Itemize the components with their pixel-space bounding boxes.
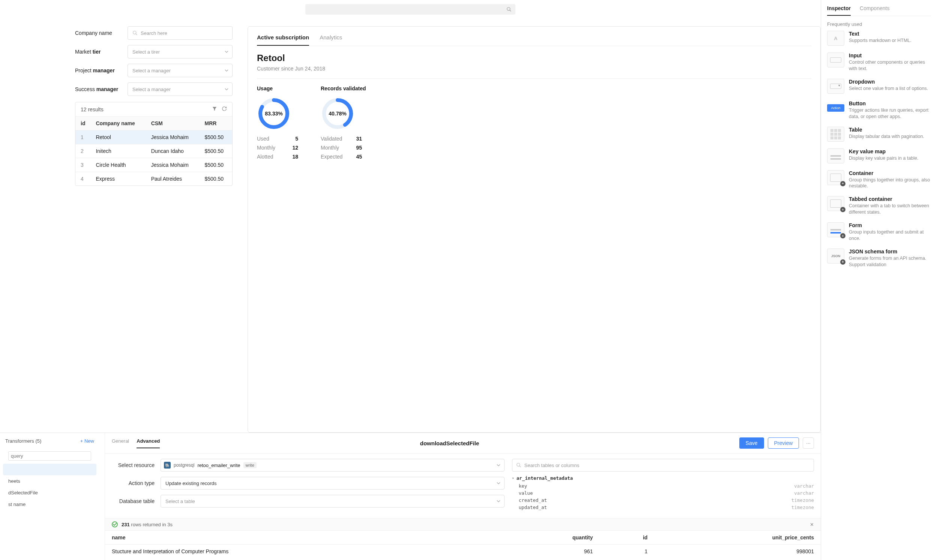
success-manager-select[interactable]: Select a manager <box>128 83 233 96</box>
component-form[interactable]: + FormGroup inputs together and submit a… <box>827 222 931 242</box>
customer-since: Customer since Jun 24, 2018 <box>257 66 811 72</box>
table-row[interactable]: 1RetoolJessica Mohaim$500.50 <box>76 131 232 144</box>
tab-active-subscription[interactable]: Active subscription <box>257 34 309 46</box>
component-text[interactable]: A TextSupports markdown or HTML. <box>827 31 931 46</box>
svg-line-1 <box>510 10 511 12</box>
section-frequently-used: Frequently used <box>827 22 931 27</box>
component-tabbed-container[interactable]: + Tabbed containerContainer with a tab t… <box>827 196 931 215</box>
query-editor-panel: Transformers (5) + New heets dSelectedFi… <box>0 432 821 560</box>
col-company[interactable]: Company name <box>90 117 146 131</box>
plus-icon: + <box>840 207 846 212</box>
svg-line-9 <box>519 466 521 468</box>
list-item[interactable] <box>3 464 96 475</box>
tab-analytics[interactable]: Analytics <box>320 34 342 46</box>
records-donut: 40.78% <box>321 97 354 131</box>
text-icon: A <box>827 31 845 46</box>
action-type-select[interactable]: Update existing records <box>160 477 504 489</box>
schema-column[interactable]: valuevarchar <box>512 489 814 497</box>
table-row[interactable]: 3Circle HealthJessica Mohaim$500.50 <box>76 158 232 172</box>
more-button[interactable]: ··· <box>803 437 814 449</box>
new-query-button[interactable]: + New <box>80 438 94 444</box>
chevron-down-icon <box>225 69 228 72</box>
form-icon: + <box>827 222 845 237</box>
list-item[interactable]: dSelectedFile <box>3 487 96 498</box>
component-dropdown[interactable]: DropdownSelect one value from a list of … <box>827 79 931 94</box>
search-icon <box>506 7 512 12</box>
resource-label: Select resource <box>112 462 160 468</box>
resource-select[interactable]: 🐘 postgresql retoo_emailer_write write <box>160 459 504 472</box>
table-icon <box>827 127 845 142</box>
project-manager-label: Project manager <box>75 68 128 74</box>
schema-column[interactable]: created_attimezone <box>512 497 814 504</box>
col-id[interactable]: id <box>599 531 654 545</box>
schema-search-input[interactable]: Search tables or columns <box>512 459 814 472</box>
table-row[interactable]: 2InitechDuncan Idaho$500.50 <box>76 144 232 158</box>
schema-table-node[interactable]: ▾ar_internal_metadata <box>512 475 814 481</box>
container-icon: + <box>827 170 845 185</box>
svg-line-3 <box>136 34 137 35</box>
chevron-down-icon <box>497 499 500 503</box>
col-id[interactable]: id <box>76 117 90 131</box>
schema-tree: ▾ar_internal_metadata keyvarchar valueva… <box>512 475 814 511</box>
col-mrr[interactable]: MRR <box>199 117 232 131</box>
schema-column[interactable]: keyvarchar <box>512 482 814 489</box>
results-panel: 12 results id Company name CSM MRR <box>75 102 233 186</box>
component-button[interactable]: Action ButtonTrigger actions like run qu… <box>827 100 931 120</box>
component-container[interactable]: + ContainerGroup things together into gr… <box>827 170 931 190</box>
plus-icon: + <box>840 259 846 265</box>
right-panel: Inspector Components Frequently used A T… <box>821 0 937 560</box>
company-search-input[interactable]: Search here <box>128 26 233 40</box>
component-kv-map[interactable]: Key value mapDisplay key value pairs in … <box>827 148 931 163</box>
database-table-select[interactable]: Select a table <box>160 495 504 508</box>
component-json-schema-form[interactable]: JSON+ JSON schema formGenerate forms fro… <box>827 249 931 268</box>
dropdown-icon <box>827 79 845 94</box>
refresh-icon[interactable] <box>222 106 227 112</box>
filter-icon[interactable] <box>212 106 217 112</box>
detail-panel: Active subscription Analytics Retool Cus… <box>248 26 821 432</box>
tab-inspector[interactable]: Inspector <box>827 5 851 16</box>
tabbed-container-icon: + <box>827 196 845 211</box>
component-table[interactable]: TableDisplay tabular data with paginatio… <box>827 127 931 142</box>
chevron-down-icon <box>225 50 228 54</box>
company-name-label: Company name <box>75 30 128 36</box>
tab-advanced[interactable]: Advanced <box>137 438 160 448</box>
list-item[interactable]: heets <box>3 475 96 487</box>
chevron-down-icon <box>497 463 500 467</box>
table-row[interactable]: Stucture and Interpretation of Computer … <box>105 545 821 558</box>
market-tier-select[interactable]: Select a tirer <box>128 45 233 58</box>
list-item[interactable]: st name <box>3 498 96 510</box>
query-name-input[interactable] <box>3 448 96 464</box>
input-icon <box>827 52 845 68</box>
project-manager-select[interactable]: Select a manager <box>128 64 233 77</box>
col-quantity[interactable]: quantity <box>498 531 599 545</box>
success-manager-label: Success manager <box>75 86 128 92</box>
search-icon <box>516 463 521 468</box>
chevron-down-icon <box>225 87 228 91</box>
col-price[interactable]: unit_price_cents <box>654 531 821 545</box>
tab-components[interactable]: Components <box>860 5 889 16</box>
tab-general[interactable]: General <box>112 438 129 448</box>
query-results-table: name quantity id unit_price_cents Stuctu… <box>105 531 821 558</box>
usage-donut: 83.33% <box>257 97 291 131</box>
market-tier-label: Market tier <box>75 49 128 55</box>
schema-column[interactable]: updated_attimezone <box>512 504 814 511</box>
action-type-label: Action type <box>112 480 160 486</box>
records-heading: Records validated <box>321 85 366 91</box>
component-input[interactable]: InputControl other components or queries… <box>827 52 931 72</box>
chevron-down-icon <box>497 481 500 485</box>
database-table-label: Database table <box>112 498 160 504</box>
col-name[interactable]: name <box>105 531 498 545</box>
results-count: 12 results <box>81 106 207 112</box>
col-csm[interactable]: CSM <box>146 117 200 131</box>
transformers-header: Transformers (5) <box>5 438 80 444</box>
top-bar <box>0 0 821 19</box>
search-icon <box>133 30 138 35</box>
preview-button[interactable]: Preview <box>768 437 799 449</box>
close-icon[interactable]: ✕ <box>810 522 814 528</box>
table-row[interactable]: 4ExpressPaul Atreides$500.50 <box>76 172 232 186</box>
json-icon: JSON+ <box>827 249 845 263</box>
save-button[interactable]: Save <box>739 437 764 449</box>
success-icon <box>112 522 118 528</box>
global-search[interactable] <box>305 4 515 15</box>
svg-point-8 <box>517 463 520 466</box>
